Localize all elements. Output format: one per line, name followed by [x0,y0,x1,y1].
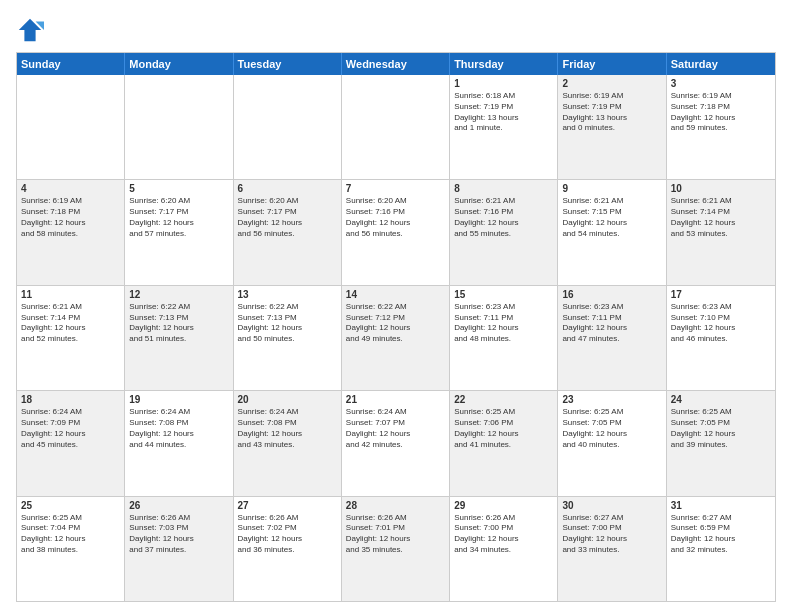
table-row: 2Sunrise: 6:19 AM Sunset: 7:19 PM Daylig… [558,75,666,179]
day-info: Sunrise: 6:26 AM Sunset: 7:02 PM Dayligh… [238,513,337,556]
table-row [234,75,342,179]
day-number: 10 [671,183,771,194]
day-info: Sunrise: 6:24 AM Sunset: 7:08 PM Dayligh… [129,407,228,450]
table-row: 17Sunrise: 6:23 AM Sunset: 7:10 PM Dayli… [667,286,775,390]
day-number: 23 [562,394,661,405]
day-number: 5 [129,183,228,194]
day-number: 29 [454,500,553,511]
calendar-row-3: 18Sunrise: 6:24 AM Sunset: 7:09 PM Dayli… [17,390,775,495]
day-info: Sunrise: 6:22 AM Sunset: 7:12 PM Dayligh… [346,302,445,345]
table-row: 23Sunrise: 6:25 AM Sunset: 7:05 PM Dayli… [558,391,666,495]
table-row: 28Sunrise: 6:26 AM Sunset: 7:01 PM Dayli… [342,497,450,601]
table-row: 26Sunrise: 6:26 AM Sunset: 7:03 PM Dayli… [125,497,233,601]
table-row [17,75,125,179]
day-number: 15 [454,289,553,300]
day-number: 31 [671,500,771,511]
day-info: Sunrise: 6:27 AM Sunset: 7:00 PM Dayligh… [562,513,661,556]
table-row: 3Sunrise: 6:19 AM Sunset: 7:18 PM Daylig… [667,75,775,179]
day-number: 18 [21,394,120,405]
table-row: 12Sunrise: 6:22 AM Sunset: 7:13 PM Dayli… [125,286,233,390]
day-info: Sunrise: 6:23 AM Sunset: 7:10 PM Dayligh… [671,302,771,345]
table-row: 30Sunrise: 6:27 AM Sunset: 7:00 PM Dayli… [558,497,666,601]
day-info: Sunrise: 6:24 AM Sunset: 7:08 PM Dayligh… [238,407,337,450]
day-info: Sunrise: 6:22 AM Sunset: 7:13 PM Dayligh… [238,302,337,345]
day-number: 3 [671,78,771,89]
table-row: 21Sunrise: 6:24 AM Sunset: 7:07 PM Dayli… [342,391,450,495]
day-number: 16 [562,289,661,300]
day-info: Sunrise: 6:20 AM Sunset: 7:16 PM Dayligh… [346,196,445,239]
day-number: 7 [346,183,445,194]
table-row: 27Sunrise: 6:26 AM Sunset: 7:02 PM Dayli… [234,497,342,601]
day-number: 9 [562,183,661,194]
calendar-row-1: 4Sunrise: 6:19 AM Sunset: 7:18 PM Daylig… [17,179,775,284]
day-info: Sunrise: 6:21 AM Sunset: 7:16 PM Dayligh… [454,196,553,239]
day-info: Sunrise: 6:19 AM Sunset: 7:19 PM Dayligh… [562,91,661,134]
table-row: 16Sunrise: 6:23 AM Sunset: 7:11 PM Dayli… [558,286,666,390]
day-info: Sunrise: 6:21 AM Sunset: 7:14 PM Dayligh… [21,302,120,345]
table-row: 19Sunrise: 6:24 AM Sunset: 7:08 PM Dayli… [125,391,233,495]
day-number: 26 [129,500,228,511]
logo-icon [16,16,44,44]
logo [16,16,48,44]
day-number: 4 [21,183,120,194]
header-day-thursday: Thursday [450,53,558,75]
day-info: Sunrise: 6:27 AM Sunset: 6:59 PM Dayligh… [671,513,771,556]
day-info: Sunrise: 6:18 AM Sunset: 7:19 PM Dayligh… [454,91,553,134]
header-day-tuesday: Tuesday [234,53,342,75]
day-info: Sunrise: 6:19 AM Sunset: 7:18 PM Dayligh… [671,91,771,134]
table-row: 25Sunrise: 6:25 AM Sunset: 7:04 PM Dayli… [17,497,125,601]
table-row: 13Sunrise: 6:22 AM Sunset: 7:13 PM Dayli… [234,286,342,390]
table-row: 18Sunrise: 6:24 AM Sunset: 7:09 PM Dayli… [17,391,125,495]
day-number: 13 [238,289,337,300]
day-info: Sunrise: 6:25 AM Sunset: 7:04 PM Dayligh… [21,513,120,556]
table-row [342,75,450,179]
header-day-wednesday: Wednesday [342,53,450,75]
calendar-header: SundayMondayTuesdayWednesdayThursdayFrid… [17,53,775,75]
day-number: 21 [346,394,445,405]
day-number: 19 [129,394,228,405]
day-number: 28 [346,500,445,511]
day-number: 2 [562,78,661,89]
day-number: 12 [129,289,228,300]
table-row: 11Sunrise: 6:21 AM Sunset: 7:14 PM Dayli… [17,286,125,390]
day-number: 6 [238,183,337,194]
calendar-row-4: 25Sunrise: 6:25 AM Sunset: 7:04 PM Dayli… [17,496,775,601]
table-row [125,75,233,179]
table-row: 24Sunrise: 6:25 AM Sunset: 7:05 PM Dayli… [667,391,775,495]
day-number: 27 [238,500,337,511]
day-info: Sunrise: 6:25 AM Sunset: 7:05 PM Dayligh… [671,407,771,450]
table-row: 7Sunrise: 6:20 AM Sunset: 7:16 PM Daylig… [342,180,450,284]
day-info: Sunrise: 6:19 AM Sunset: 7:18 PM Dayligh… [21,196,120,239]
day-info: Sunrise: 6:25 AM Sunset: 7:06 PM Dayligh… [454,407,553,450]
table-row: 22Sunrise: 6:25 AM Sunset: 7:06 PM Dayli… [450,391,558,495]
day-number: 14 [346,289,445,300]
day-info: Sunrise: 6:24 AM Sunset: 7:07 PM Dayligh… [346,407,445,450]
day-info: Sunrise: 6:20 AM Sunset: 7:17 PM Dayligh… [129,196,228,239]
header-day-saturday: Saturday [667,53,775,75]
calendar-row-2: 11Sunrise: 6:21 AM Sunset: 7:14 PM Dayli… [17,285,775,390]
table-row: 14Sunrise: 6:22 AM Sunset: 7:12 PM Dayli… [342,286,450,390]
day-info: Sunrise: 6:25 AM Sunset: 7:05 PM Dayligh… [562,407,661,450]
table-row: 15Sunrise: 6:23 AM Sunset: 7:11 PM Dayli… [450,286,558,390]
day-number: 30 [562,500,661,511]
table-row: 9Sunrise: 6:21 AM Sunset: 7:15 PM Daylig… [558,180,666,284]
day-info: Sunrise: 6:21 AM Sunset: 7:14 PM Dayligh… [671,196,771,239]
table-row: 8Sunrise: 6:21 AM Sunset: 7:16 PM Daylig… [450,180,558,284]
calendar-row-0: 1Sunrise: 6:18 AM Sunset: 7:19 PM Daylig… [17,75,775,179]
day-info: Sunrise: 6:26 AM Sunset: 7:01 PM Dayligh… [346,513,445,556]
day-info: Sunrise: 6:22 AM Sunset: 7:13 PM Dayligh… [129,302,228,345]
day-number: 8 [454,183,553,194]
day-number: 24 [671,394,771,405]
day-number: 1 [454,78,553,89]
table-row: 1Sunrise: 6:18 AM Sunset: 7:19 PM Daylig… [450,75,558,179]
table-row: 4Sunrise: 6:19 AM Sunset: 7:18 PM Daylig… [17,180,125,284]
day-number: 20 [238,394,337,405]
calendar-body: 1Sunrise: 6:18 AM Sunset: 7:19 PM Daylig… [17,75,775,601]
calendar: SundayMondayTuesdayWednesdayThursdayFrid… [16,52,776,602]
table-row: 20Sunrise: 6:24 AM Sunset: 7:08 PM Dayli… [234,391,342,495]
header-day-monday: Monday [125,53,233,75]
day-number: 11 [21,289,120,300]
header-day-sunday: Sunday [17,53,125,75]
table-row: 31Sunrise: 6:27 AM Sunset: 6:59 PM Dayli… [667,497,775,601]
day-info: Sunrise: 6:23 AM Sunset: 7:11 PM Dayligh… [562,302,661,345]
